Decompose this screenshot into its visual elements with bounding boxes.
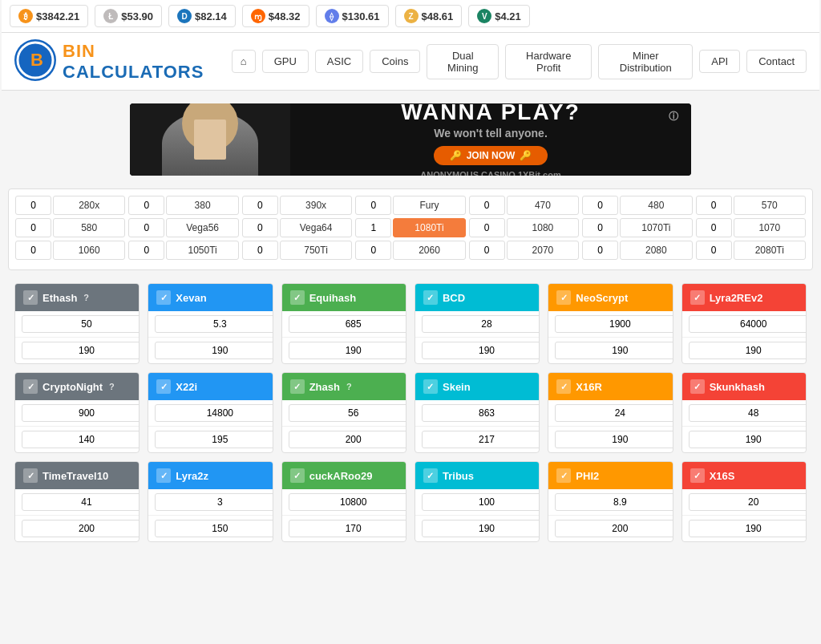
- algo-header[interactable]: ✓cuckARoo29: [282, 462, 406, 489]
- algo-value-input[interactable]: [289, 431, 406, 448]
- algo-value-input[interactable]: [689, 315, 807, 333]
- algo-value-input[interactable]: [22, 520, 140, 537]
- algo-value-input[interactable]: [555, 431, 673, 448]
- algo-value-input[interactable]: [22, 493, 140, 511]
- algo-info-icon[interactable]: ?: [109, 382, 115, 391]
- algo-header[interactable]: ✓CryptoNight?: [15, 373, 139, 400]
- gpu-count-input[interactable]: [15, 218, 51, 237]
- dual-mining-button[interactable]: Dual Mining: [427, 44, 499, 79]
- asic-button[interactable]: ASIC: [315, 50, 363, 73]
- algo-checkbox[interactable]: ✓: [690, 468, 705, 483]
- gpu-count-input[interactable]: [469, 196, 505, 215]
- algo-header[interactable]: ✓BCD: [415, 284, 539, 311]
- gpu-count-input[interactable]: [15, 196, 51, 215]
- algo-value-input[interactable]: [422, 493, 540, 511]
- gpu-count-input[interactable]: [696, 196, 732, 215]
- algo-value-input[interactable]: [22, 342, 140, 359]
- algo-header[interactable]: ✓X16S: [682, 462, 806, 489]
- algo-value-input[interactable]: [289, 404, 406, 422]
- algo-header[interactable]: ✓Zhash?: [282, 373, 406, 400]
- algo-value-input[interactable]: [689, 404, 807, 422]
- gpu-count-input[interactable]: [469, 241, 505, 260]
- gpu-count-input[interactable]: [582, 241, 618, 260]
- algo-checkbox[interactable]: ✓: [290, 379, 305, 394]
- gpu-count-input[interactable]: [242, 218, 278, 237]
- algo-header[interactable]: ✓Xevan: [148, 284, 272, 311]
- home-button[interactable]: ⌂: [232, 50, 256, 73]
- gpu-count-input[interactable]: [696, 241, 732, 260]
- algo-value-input[interactable]: [22, 431, 140, 448]
- gpu-count-input[interactable]: [582, 218, 618, 237]
- algo-value-input[interactable]: [22, 404, 140, 422]
- gpu-count-input[interactable]: [242, 241, 278, 260]
- gpu-count-input[interactable]: [355, 218, 391, 237]
- algo-value-input[interactable]: [289, 315, 406, 333]
- algo-header[interactable]: ✓Lyra2REv2: [682, 284, 806, 311]
- algo-value-input[interactable]: [289, 342, 406, 359]
- algo-checkbox[interactable]: ✓: [556, 468, 571, 483]
- gpu-count-input[interactable]: [128, 241, 164, 260]
- gpu-count-input[interactable]: [15, 241, 51, 260]
- algo-header[interactable]: ✓NeoScrypt: [548, 284, 672, 311]
- contact-button[interactable]: Contact: [746, 50, 807, 73]
- algo-header[interactable]: ✓Tribus: [415, 462, 539, 489]
- gpu-button[interactable]: GPU: [262, 50, 309, 73]
- algo-value-input[interactable]: [689, 493, 807, 511]
- algo-value-input[interactable]: [422, 342, 540, 359]
- gpu-count-input[interactable]: [696, 218, 732, 237]
- algo-value-input[interactable]: [155, 493, 273, 511]
- gpu-count-input[interactable]: [469, 218, 505, 237]
- algo-value-input[interactable]: [555, 493, 673, 511]
- gpu-count-input[interactable]: [128, 196, 164, 215]
- algo-header[interactable]: ✓Lyra2z: [148, 462, 272, 489]
- gpu-count-input[interactable]: [355, 241, 391, 260]
- algo-checkbox[interactable]: ✓: [23, 290, 38, 305]
- banner-cta[interactable]: 🔑 JOIN NOW 🔑: [434, 146, 548, 165]
- algo-value-input[interactable]: [422, 315, 540, 333]
- api-button[interactable]: API: [699, 50, 740, 73]
- gpu-count-input[interactable]: [582, 196, 618, 215]
- algo-header[interactable]: ✓Ethash?: [15, 284, 139, 311]
- algo-value-input[interactable]: [155, 404, 273, 422]
- algo-value-input[interactable]: [555, 404, 673, 422]
- banner-info-icon[interactable]: ⓘ: [669, 110, 678, 124]
- algo-value-input[interactable]: [155, 520, 273, 537]
- algo-header[interactable]: ✓X16R: [548, 373, 672, 400]
- algo-value-input[interactable]: [422, 404, 540, 422]
- miner-distribution-button[interactable]: Miner Distribution: [598, 44, 693, 79]
- gpu-count-input[interactable]: [242, 196, 278, 215]
- gpu-count-input[interactable]: [355, 196, 391, 215]
- algo-info-icon[interactable]: ?: [83, 293, 89, 302]
- algo-value-input[interactable]: [289, 493, 406, 511]
- algo-header[interactable]: ✓Equihash: [282, 284, 406, 311]
- algo-header[interactable]: ✓X22i: [148, 373, 272, 400]
- gpu-count-input[interactable]: [128, 218, 164, 237]
- algo-value-input[interactable]: [289, 520, 406, 537]
- algo-header[interactable]: ✓PHI2: [548, 462, 672, 489]
- algo-header[interactable]: ✓Skunkhash: [682, 373, 806, 400]
- hardware-profit-button[interactable]: Hardware Profit: [505, 44, 592, 79]
- algo-value-input[interactable]: [422, 431, 540, 448]
- algo-value-input[interactable]: [689, 520, 807, 537]
- algo-checkbox[interactable]: ✓: [23, 379, 38, 394]
- algo-checkbox[interactable]: ✓: [423, 379, 438, 394]
- algo-value-input[interactable]: [422, 520, 540, 537]
- algo-checkbox[interactable]: ✓: [156, 379, 171, 394]
- algo-header[interactable]: ✓TimeTravel10: [15, 462, 139, 489]
- algo-checkbox[interactable]: ✓: [423, 290, 438, 305]
- algo-value-input[interactable]: [555, 520, 673, 537]
- algo-value-input[interactable]: [555, 315, 673, 333]
- algo-info-icon[interactable]: ?: [346, 382, 352, 391]
- algo-checkbox[interactable]: ✓: [690, 290, 705, 305]
- algo-value-input[interactable]: [689, 431, 807, 448]
- algo-value-input[interactable]: [155, 431, 273, 448]
- algo-value-input[interactable]: [555, 342, 673, 359]
- coins-button[interactable]: Coins: [370, 50, 420, 73]
- algo-value-input[interactable]: [22, 315, 140, 333]
- algo-checkbox[interactable]: ✓: [156, 290, 171, 305]
- algo-value-input[interactable]: [155, 342, 273, 359]
- algo-checkbox[interactable]: ✓: [156, 468, 171, 483]
- algo-checkbox[interactable]: ✓: [290, 468, 305, 483]
- algo-value-input[interactable]: [155, 315, 273, 333]
- algo-value-input[interactable]: [689, 342, 807, 359]
